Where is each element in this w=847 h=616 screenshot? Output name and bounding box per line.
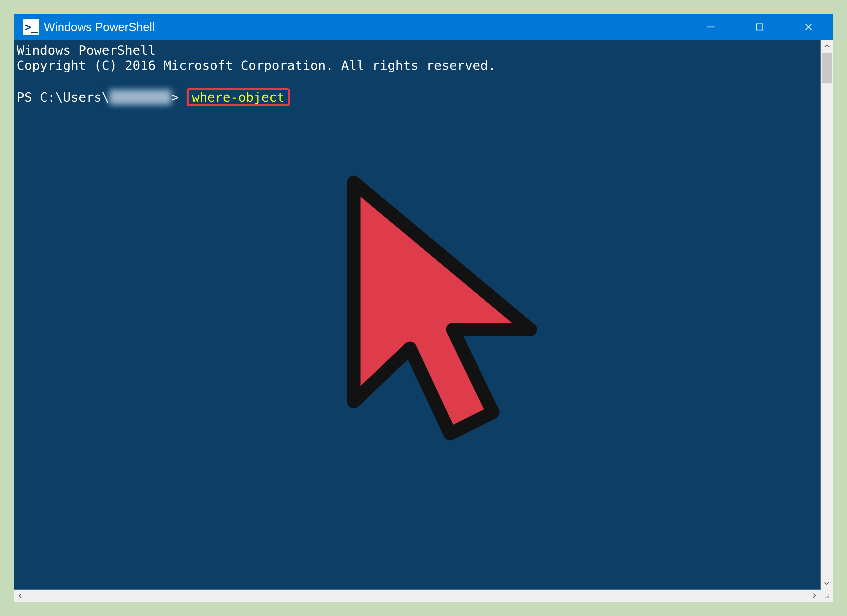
scroll-left-button[interactable] — [14, 589, 27, 602]
chevron-right-icon — [811, 592, 817, 599]
icon-glyph: >_ — [25, 21, 38, 33]
vertical-scroll-track[interactable] — [820, 84, 833, 577]
maximize-button[interactable] — [735, 14, 784, 40]
close-button[interactable] — [784, 14, 833, 40]
scroll-right-button[interactable] — [808, 589, 820, 602]
close-icon — [803, 22, 814, 32]
vertical-scroll-thumb[interactable] — [822, 53, 832, 83]
chevron-down-icon — [823, 580, 830, 586]
minimize-button[interactable] — [686, 14, 735, 40]
resize-grip[interactable] — [820, 589, 833, 602]
titlebar[interactable]: >_ Windows PowerShell — [14, 14, 833, 40]
client-area: Windows PowerShell Copyright (C) 2016 Mi… — [14, 40, 833, 589]
horizontal-scrollbar[interactable] — [14, 589, 820, 602]
minimize-icon — [706, 22, 716, 32]
console-line-2: Copyright (C) 2016 Microsoft Corporation… — [17, 58, 496, 73]
svg-rect-1 — [757, 24, 763, 30]
command-highlight: where-object — [187, 88, 289, 106]
scroll-up-button[interactable] — [820, 40, 833, 52]
powershell-window: >_ Windows PowerShell Windows PowerShell… — [14, 14, 833, 602]
prompt-line: PS C:\Users\████████> where-object — [17, 90, 290, 105]
window-controls — [686, 14, 833, 40]
svg-point-9 — [828, 597, 829, 598]
bottom-bar — [14, 589, 833, 602]
chevron-up-icon — [823, 43, 830, 49]
vertical-scrollbar[interactable] — [820, 40, 833, 589]
horizontal-scroll-track[interactable] — [27, 589, 808, 602]
svg-point-8 — [827, 597, 828, 598]
prompt-suffix: > — [171, 90, 179, 105]
resize-grip-icon — [823, 592, 830, 599]
scroll-down-button[interactable] — [820, 577, 833, 589]
svg-point-4 — [828, 594, 829, 595]
svg-point-5 — [827, 596, 828, 597]
cursor-arrow-icon — [299, 172, 569, 493]
svg-point-7 — [825, 597, 826, 598]
powershell-icon: >_ — [24, 19, 39, 35]
cursor-annotation — [238, 157, 507, 477]
window-title: Windows PowerShell — [44, 20, 155, 34]
svg-point-6 — [828, 596, 829, 597]
maximize-icon — [755, 22, 765, 32]
prompt-prefix: PS C:\Users\ — [17, 90, 109, 105]
chevron-left-icon — [17, 592, 24, 599]
console-line-1: Windows PowerShell — [17, 43, 156, 58]
console-area[interactable]: Windows PowerShell Copyright (C) 2016 Mi… — [14, 40, 820, 589]
redacted-username: ████████ — [109, 90, 171, 105]
